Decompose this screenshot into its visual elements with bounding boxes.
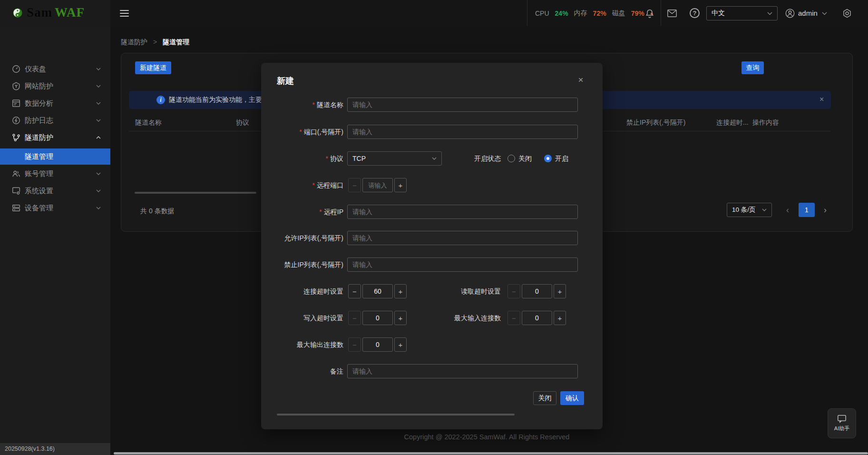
- total-count-label: 共 0 条数据: [140, 206, 175, 216]
- field-row-tunnel-name: *隧道名称: [261, 98, 603, 112]
- column-header-protocol: 协议: [236, 118, 249, 127]
- max-in-increase-button[interactable]: +: [554, 311, 566, 325]
- chat-bubble-icon: [837, 415, 847, 423]
- conn-timeout-decrease-button[interactable]: −: [348, 284, 361, 298]
- alert-close-icon[interactable]: ×: [819, 95, 824, 104]
- username[interactable]: admin: [798, 9, 818, 17]
- max-out-input[interactable]: [362, 337, 393, 352]
- current-page-button[interactable]: 1: [799, 203, 815, 217]
- status-off-label[interactable]: 关闭: [518, 154, 532, 163]
- disk-label: 磁盘: [612, 9, 625, 18]
- read-timeout-increase-button[interactable]: +: [554, 284, 566, 298]
- branch-tunnel-icon: [12, 133, 20, 142]
- sidebar-item-device-management[interactable]: 设备管理: [0, 199, 110, 217]
- max-out-decrease-button[interactable]: −: [348, 337, 361, 352]
- max-in-input[interactable]: [522, 311, 552, 325]
- sidebar-item-dashboard[interactable]: 仪表盘: [0, 60, 110, 78]
- read-timeout-input[interactable]: [522, 284, 552, 298]
- server-stack-icon: [12, 204, 20, 212]
- dialog-close-button[interactable]: 关闭: [533, 391, 556, 405]
- max-in-decrease-button[interactable]: −: [507, 311, 520, 325]
- max-out-increase-button[interactable]: +: [394, 337, 407, 352]
- query-button[interactable]: 查询: [741, 61, 764, 74]
- help-icon[interactable]: ?: [690, 8, 700, 18]
- column-header-deny-ip: 禁止IP列表(,号隔开): [626, 118, 685, 127]
- remote-port-input[interactable]: [362, 178, 393, 192]
- field-label: 连接超时设置: [261, 284, 343, 298]
- status-on-radio[interactable]: [544, 155, 552, 162]
- status-off-radio[interactable]: [507, 155, 515, 162]
- monitor-gear-icon: [12, 187, 20, 195]
- yinyang-logo-icon: [12, 8, 23, 18]
- brand-logo: Sam WAF: [0, 0, 110, 26]
- brand-text-waf: WAF: [55, 5, 85, 20]
- remark-input[interactable]: [347, 364, 578, 378]
- write-timeout-input[interactable]: [362, 311, 393, 325]
- field-row-ports: *端口(,号隔开): [261, 125, 603, 139]
- read-timeout-decrease-button[interactable]: −: [507, 284, 520, 298]
- app-root: Sam WAF CPU 24% 内存 72% 磁盘 79% ●: [0, 0, 868, 455]
- sidebar-item-system-settings[interactable]: 系统设置: [0, 182, 110, 199]
- column-header-tunnel-name: 隧道名称: [135, 118, 162, 127]
- remote-ip-input[interactable]: [347, 205, 578, 219]
- next-page-icon[interactable]: ›: [819, 203, 832, 217]
- column-header-actions: 操作内容: [752, 118, 779, 127]
- table-horizontal-scrollbar[interactable]: [135, 192, 256, 194]
- sidebar-item-data-analysis[interactable]: 数据分析: [0, 95, 110, 112]
- dashboard-gauge-icon: [12, 65, 20, 73]
- page-size-select[interactable]: 10 条/页: [727, 203, 772, 217]
- breadcrumb-parent[interactable]: 隧道防护: [121, 38, 147, 46]
- write-timeout-decrease-button[interactable]: −: [348, 311, 361, 325]
- field-row-timeouts-1: 连接超时设置 − + 读取超时设置 − +: [261, 284, 603, 298]
- deny-ip-input[interactable]: [347, 257, 578, 272]
- new-tunnel-dialog: 新建 × *隧道名称 *端口(,号隔开) *协议 TCP 开启状态 关闭 开: [261, 63, 603, 429]
- sidebar-item-protection-logs[interactable]: 防护日志: [0, 112, 110, 129]
- conn-timeout-input[interactable]: [362, 284, 393, 298]
- dialog-horizontal-scrollbar[interactable]: [277, 414, 515, 415]
- chevron-down-icon: [96, 207, 101, 209]
- chevron-down-icon: [96, 85, 101, 88]
- notification-bell-icon[interactable]: [644, 8, 655, 19]
- remote-port-decrease-button[interactable]: −: [348, 178, 361, 192]
- dialog-close-icon[interactable]: ×: [575, 74, 586, 86]
- ai-assistant-button[interactable]: AI助手: [828, 408, 856, 438]
- field-row-max-out: 最大输出连接数 − +: [261, 337, 603, 352]
- sidebar-item-account-management[interactable]: 账号管理: [0, 165, 110, 182]
- brand-text-sam: Sam: [27, 5, 52, 20]
- required-mark: *: [299, 128, 302, 136]
- required-mark: *: [319, 208, 322, 216]
- allow-ip-input[interactable]: [347, 231, 578, 245]
- settings-gear-icon[interactable]: [842, 8, 852, 19]
- ports-input[interactable]: [347, 125, 578, 139]
- user-avatar-icon[interactable]: [785, 8, 795, 19]
- field-row-allow-ip: 允许IP列表(,号隔开): [261, 231, 603, 245]
- language-value: 中文: [712, 9, 725, 18]
- prev-page-icon[interactable]: ‹: [781, 203, 794, 217]
- chevron-down-icon: [96, 119, 101, 122]
- required-mark: *: [312, 181, 315, 189]
- field-row-timeouts-2: 写入超时设置 − + 最大输入连接数 − +: [261, 311, 603, 325]
- page-horizontal-scrollbar[interactable]: [114, 452, 868, 455]
- dialog-confirm-button[interactable]: 确认: [560, 391, 584, 405]
- memory-label: 内存: [574, 9, 587, 18]
- field-label: 写入超时设置: [261, 311, 343, 325]
- mail-icon[interactable]: [667, 9, 677, 19]
- tunnel-name-input[interactable]: [347, 98, 578, 112]
- chevron-down-icon: [767, 12, 772, 15]
- menu-collapse-icon[interactable]: [120, 8, 129, 19]
- users-icon: [12, 169, 20, 178]
- protocol-value: TCP: [352, 155, 366, 162]
- status-on-label[interactable]: 开启: [555, 154, 568, 163]
- user-chevron-down-icon[interactable]: [822, 12, 827, 15]
- create-tunnel-button[interactable]: 新建隧道: [135, 61, 171, 74]
- field-label: 远程IP: [324, 208, 343, 216]
- sidebar-item-site-protection[interactable]: 网站防护: [0, 78, 110, 95]
- sidebar-item-tunnel-protection[interactable]: 隧道防护: [0, 129, 110, 146]
- remote-port-increase-button[interactable]: +: [394, 178, 407, 192]
- field-row-deny-ip: 禁止IP列表(,号隔开): [261, 257, 603, 272]
- language-select[interactable]: 中文: [706, 6, 778, 20]
- copyright-footer: Copyright @ 2022-2025 SamWaf. All Rights…: [121, 433, 853, 441]
- sidebar-item-tunnel-management[interactable]: 隧道管理: [0, 148, 110, 165]
- field-label: 禁止IP列表(,号隔开): [261, 257, 343, 272]
- field-row-protocol-status: *协议 TCP 开启状态 关闭 开启: [261, 151, 603, 166]
